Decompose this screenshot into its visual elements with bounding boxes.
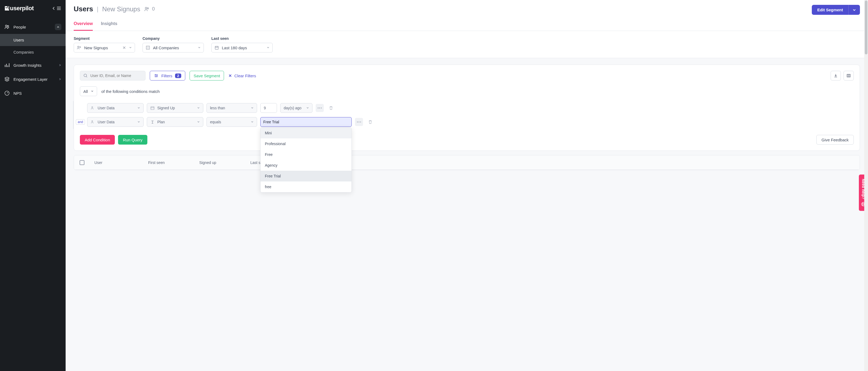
chevron-down-icon [251,107,254,109]
chevron-down-icon [306,107,309,109]
menu-icon[interactable] [57,6,61,10]
close-icon[interactable] [122,46,126,50]
lastseen-filter-label: Last seen [211,36,273,41]
rule1-operator-value: less than [210,106,225,110]
clear-filters-button[interactable]: Clear Filters [228,74,256,78]
dropdown-option[interactable]: Free [260,149,351,160]
nav-users[interactable]: Users [0,34,66,46]
people-icon [91,106,95,110]
columns-button[interactable] [843,71,854,81]
rule2-delete-button[interactable] [366,118,374,126]
svg-point-17 [319,108,320,109]
dropdown-option[interactable]: free [260,181,351,192]
filter-bar: Segment New Signups Company All Companie… [66,31,868,58]
user-count: 0 [152,6,155,12]
nav-engagement-layer[interactable]: Engagement Layer [0,72,66,86]
dots-icon [317,108,322,109]
give-feedback-button[interactable]: Give Feedback [816,135,854,145]
svg-point-20 [357,122,358,122]
rule1-value: 9 [264,106,266,110]
nav-people[interactable]: People [0,20,66,34]
bar-chart-icon [4,62,10,68]
add-condition-button[interactable]: Add Condition [80,135,115,145]
edit-segment-label[interactable]: Edit Segment [812,5,848,15]
chevron-up-icon[interactable] [55,24,61,30]
svg-point-19 [92,121,93,122]
rule1-unit-select[interactable]: day(s) ago [280,103,312,113]
tab-insights[interactable]: Insights [101,21,117,31]
rule2-operator-value: equals [210,120,221,124]
match-mode-select[interactable]: All [80,86,97,96]
chevron-down-icon [251,121,254,123]
svg-rect-13 [847,74,850,77]
lastseen-filter[interactable]: Last 180 days [211,43,273,53]
nav: People Users Companies Growth Insights E… [0,17,66,100]
rule2-more-button[interactable] [355,118,363,126]
search-input-wrapper[interactable] [80,71,146,81]
nav-companies[interactable]: Companies [0,46,66,58]
sliders-icon [154,73,159,78]
dropdown-option[interactable]: Professional [260,138,351,149]
dropdown-option[interactable]: Mini [260,127,351,138]
column-user[interactable]: User [90,161,144,165]
nav-nps-label: NPS [13,91,22,95]
rule1-field-select[interactable]: Signed Up [147,103,203,113]
search-input[interactable] [90,74,142,78]
filters-button[interactable]: Filters 2 [150,71,185,81]
rule1-value-input[interactable]: 9 [260,103,277,113]
svg-point-1 [7,26,9,27]
brand-name: userpilot [10,5,34,12]
title-separator: | [97,6,98,13]
segment-filter[interactable]: New Signups [74,43,135,53]
nav-nps[interactable]: NPS [0,86,66,100]
text-icon [150,120,155,124]
run-query-button[interactable]: Run Query [118,135,147,145]
svg-point-18 [321,108,322,109]
rule2-field-select[interactable]: Plan [147,117,203,127]
rule1-unit-value: day(s) ago [284,106,302,110]
tab-overview[interactable]: Overview [74,21,93,31]
table-header: User First seen Signed up Last seen [74,155,860,170]
column-signed-up[interactable]: Signed up [195,161,246,165]
rule1-more-button[interactable] [316,104,324,112]
query-card: Filters 2 Save Segment Clear Filters [74,65,860,151]
svg-rect-8 [215,46,218,49]
rule2-source-select[interactable]: User Data [87,117,144,127]
column-first-seen[interactable]: First seen [144,161,195,165]
scrollbar-track[interactable] [864,0,868,371]
people-icon [4,24,10,30]
svg-point-16 [318,108,319,109]
chevron-down-icon [267,46,270,49]
rule1-source-select[interactable]: User Data [87,103,144,113]
rule2-source-value: User Data [98,120,115,124]
page-title: Users [74,5,93,13]
dropdown-option[interactable]: Agency [260,160,351,171]
download-icon [834,74,838,78]
segment-name: New Signups [102,5,140,13]
scrollbar-thumb[interactable] [865,1,867,54]
company-filter[interactable]: All Companies [143,43,204,53]
collapse-icon[interactable] [52,6,56,10]
content: Filters 2 Save Segment Clear Filters [66,58,868,371]
search-icon [83,74,88,78]
save-segment-button[interactable]: Save Segment [190,71,224,81]
svg-rect-7 [146,46,150,49]
chevron-down-icon [198,46,201,49]
segment-filter-value: New Signups [84,46,108,50]
users-icon [144,6,150,12]
chevron-down-icon [137,121,140,123]
select-all-checkbox[interactable] [80,160,85,165]
rule2-operator-select[interactable]: equals [207,117,257,127]
nav-growth-insights[interactable]: Growth Insights [0,58,66,72]
filters-count: 2 [175,74,181,78]
segment-filter-label: Segment [74,36,135,41]
rule1-operator-select[interactable]: less than [207,103,257,113]
rule2-value-input[interactable] [260,117,352,127]
dropdown-option[interactable]: Free Trial [260,171,351,181]
edit-segment-dropdown[interactable] [848,5,860,15]
rule1-delete-button[interactable] [327,104,335,112]
clear-filters-label: Clear Filters [234,74,256,78]
download-button[interactable] [831,71,841,81]
people-icon [91,120,95,124]
edit-segment-button[interactable]: Edit Segment [812,5,860,15]
